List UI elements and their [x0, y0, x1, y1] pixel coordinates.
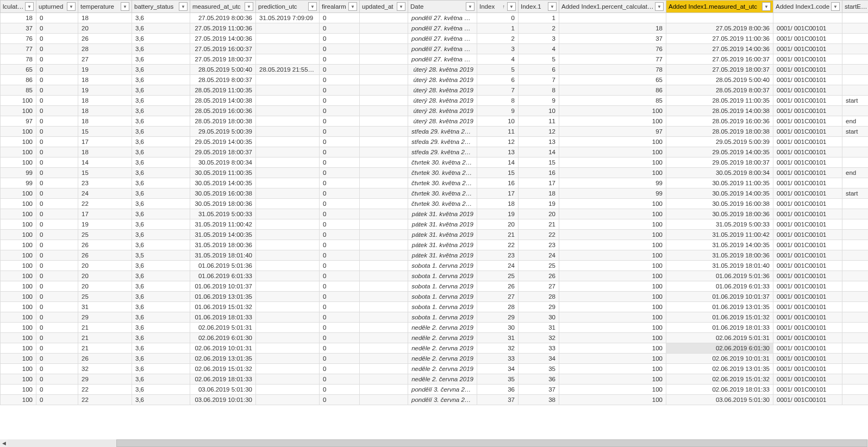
table-cell[interactable]: 0: [320, 395, 360, 405]
table-cell[interactable]: 100: [1, 96, 36, 106]
table-row[interactable]: 1000203,601.06.2019 6:01:330sobota 1. če…: [1, 271, 869, 281]
table-cell[interactable]: středa 29. května 2019: [408, 147, 477, 158]
table-cell[interactable]: [360, 354, 408, 364]
table-cell[interactable]: 24: [477, 261, 519, 271]
table-cell[interactable]: 35: [477, 374, 519, 385]
table-cell[interactable]: [842, 34, 869, 44]
table-cell[interactable]: 37: [519, 385, 559, 395]
table-cell[interactable]: 01.06.2019 10:01:37: [666, 292, 773, 302]
table-cell[interactable]: end: [842, 116, 869, 127]
table-cell[interactable]: 18: [78, 13, 132, 23]
table-cell[interactable]: 27: [477, 292, 519, 302]
table-cell[interactable]: 13: [519, 137, 559, 147]
table-cell[interactable]: 19: [519, 199, 559, 209]
table-cell[interactable]: sobota 1. června 2019: [408, 261, 477, 271]
table-cell[interactable]: 18: [78, 147, 132, 158]
table-cell[interactable]: 24: [519, 250, 559, 261]
table-cell[interactable]: 0: [36, 13, 78, 23]
table-cell[interactable]: 3,6: [132, 209, 190, 219]
table-cell[interactable]: 0: [320, 292, 360, 302]
table-cell[interactable]: 0: [36, 199, 78, 209]
table-cell[interactable]: 9: [519, 96, 559, 106]
table-cell[interactable]: pátek 31. května 2019: [408, 230, 477, 240]
table-cell[interactable]: [842, 354, 869, 364]
table-cell[interactable]: 27.05.2019 18:00:37: [190, 54, 256, 65]
table-cell[interactable]: [360, 364, 408, 374]
table-cell[interactable]: 100: [559, 385, 666, 395]
table-cell[interactable]: 27: [78, 54, 132, 65]
table-cell[interactable]: 0: [320, 374, 360, 385]
table-cell[interactable]: 20: [477, 219, 519, 230]
table-cell[interactable]: [256, 147, 320, 158]
table-cell[interactable]: 30.05.2019 8:00:34: [190, 158, 256, 168]
table-cell[interactable]: 16: [477, 178, 519, 188]
table-row[interactable]: 1000153,629.05.2019 5:00:390středa 29. k…: [1, 127, 869, 137]
table-cell[interactable]: 2: [519, 23, 559, 34]
table-cell[interactable]: [842, 364, 869, 374]
table-cell[interactable]: [360, 374, 408, 385]
table-cell[interactable]: 100: [559, 333, 666, 343]
table-cell[interactable]: 35: [519, 364, 559, 374]
table-cell[interactable]: 100: [559, 271, 666, 281]
table-cell[interactable]: 0001/ 001C00101: [773, 137, 842, 147]
table-cell[interactable]: [842, 23, 869, 34]
table-cell[interactable]: 3,6: [132, 312, 190, 323]
table-cell[interactable]: 100: [1, 333, 36, 343]
table-cell[interactable]: [256, 34, 320, 44]
table-cell[interactable]: 0: [36, 250, 78, 261]
table-cell[interactable]: 100: [559, 147, 666, 158]
table-cell[interactable]: 0: [36, 364, 78, 374]
table-cell[interactable]: [842, 106, 869, 116]
filter-dropdown-icon[interactable]: ▼: [348, 2, 357, 11]
table-cell[interactable]: [666, 13, 773, 23]
table-cell[interactable]: 0001/ 001C00101: [773, 106, 842, 116]
table-cell[interactable]: 27.05.2019 16:00:37: [666, 54, 773, 65]
table-cell[interactable]: [360, 54, 408, 65]
table-cell[interactable]: 3,6: [132, 395, 190, 405]
table-cell[interactable]: 15: [78, 127, 132, 137]
table-cell[interactable]: 0: [320, 364, 360, 374]
table-cell[interactable]: 3,6: [132, 168, 190, 178]
table-cell[interactable]: 11: [477, 127, 519, 137]
table-cell[interactable]: 0: [36, 271, 78, 281]
table-cell[interactable]: 0: [36, 343, 78, 354]
table-cell[interactable]: 02.06.2019 5:01:31: [190, 323, 256, 333]
table-cell[interactable]: 01.06.2019 5:01:36: [190, 261, 256, 271]
table-cell[interactable]: 29.05.2019 14:00:35: [190, 137, 256, 147]
table-cell[interactable]: 86: [559, 85, 666, 96]
table-cell[interactable]: 01.06.2019 5:01:36: [666, 271, 773, 281]
table-cell[interactable]: sobota 1. června 2019: [408, 312, 477, 323]
table-cell[interactable]: [842, 240, 869, 250]
table-row[interactable]: 1000223,603.06.2019 5:01:300pondělí 3. č…: [1, 385, 869, 395]
table-cell[interactable]: 30.05.2019 11:00:35: [666, 178, 773, 188]
table-cell[interactable]: [360, 96, 408, 106]
table-cell[interactable]: 21: [477, 230, 519, 240]
table-cell[interactable]: 21: [78, 333, 132, 343]
table-cell[interactable]: 0: [320, 240, 360, 250]
table-cell[interactable]: 0: [320, 271, 360, 281]
table-cell[interactable]: [842, 85, 869, 96]
table-cell[interactable]: 25: [78, 230, 132, 240]
table-cell[interactable]: 28.05.2019 18:00:38: [666, 127, 773, 137]
table-cell[interactable]: [842, 312, 869, 323]
table-cell[interactable]: [842, 158, 869, 168]
table-cell[interactable]: 0: [320, 302, 360, 312]
table-cell[interactable]: 3,6: [132, 271, 190, 281]
table-cell[interactable]: 0: [320, 323, 360, 333]
table-cell[interactable]: 0001/ 001C00101: [773, 96, 842, 106]
table-cell[interactable]: 100: [1, 281, 36, 292]
filter-dropdown-icon[interactable]: ▼: [655, 2, 664, 11]
table-cell[interactable]: 0: [320, 178, 360, 188]
table-cell[interactable]: 5: [519, 54, 559, 65]
table-cell[interactable]: 0001/ 001C00101: [773, 147, 842, 158]
table-row[interactable]: 1000143,630.05.2019 8:00:340čtvrtek 30. …: [1, 158, 869, 168]
table-cell[interactable]: [360, 312, 408, 323]
table-cell[interactable]: 3,6: [132, 281, 190, 292]
column-header[interactable]: prediction_utc▼: [256, 1, 320, 13]
table-cell[interactable]: 27.05.2019 8:00:36: [666, 23, 773, 34]
table-cell[interactable]: [360, 209, 408, 219]
table-row[interactable]: 1000323,602.06.2019 15:01:320neděle 2. č…: [1, 364, 869, 374]
table-cell[interactable]: 28.05.2019 11:00:35: [666, 96, 773, 106]
table-cell[interactable]: 19: [78, 219, 132, 230]
table-cell[interactable]: [256, 219, 320, 230]
